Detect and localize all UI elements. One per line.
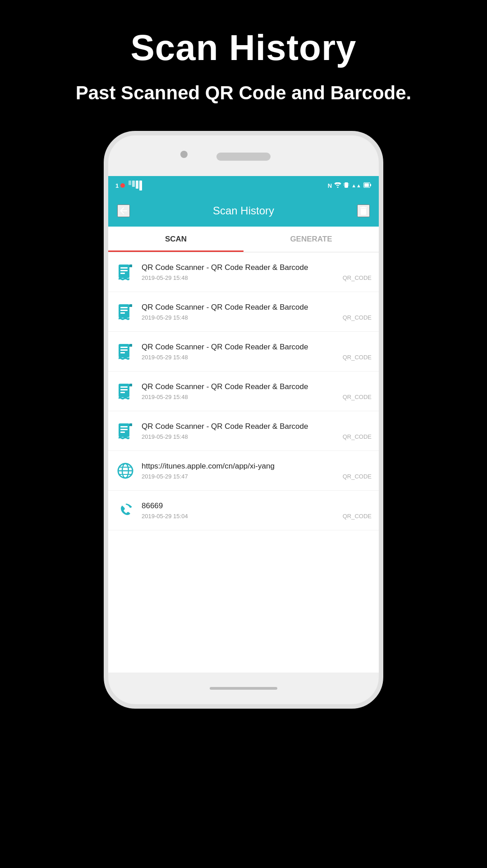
scan-item-content: QR Code Scanner - QR Code Reader & Barco… — [142, 302, 372, 321]
scan-item-meta: 2019-05-29 15:48 QR_CODE — [142, 354, 372, 361]
svg-rect-24 — [120, 386, 128, 388]
svg-rect-12 — [129, 265, 132, 267]
svg-rect-7 — [370, 184, 371, 186]
scan-item-date: 2019-05-29 15:48 — [142, 314, 188, 321]
scan-item-icon — [115, 302, 135, 322]
scan-item-meta: 2019-05-29 15:48 QR_CODE — [142, 433, 372, 440]
scan-item-title: QR Code Scanner - QR Code Reader & Barco… — [142, 263, 372, 273]
speaker-grille — [216, 153, 271, 161]
scan-item-meta: 2019-05-29 15:47 QR_CODE — [142, 473, 372, 480]
scan-list: QR Code Scanner - QR Code Reader & Barco… — [108, 252, 379, 530]
svg-rect-30 — [120, 429, 128, 430]
scan-item-type: QR_CODE — [343, 274, 372, 281]
svg-rect-3 — [349, 183, 349, 184]
scan-item-icon — [115, 262, 135, 282]
svg-rect-10 — [120, 270, 128, 271]
scan-item-content: QR Code Scanner - QR Code Reader & Barco… — [142, 382, 372, 400]
scan-item-title: https://itunes.apple.com/cn/app/xi-yang — [142, 461, 372, 471]
status-left: 1 — [115, 181, 142, 190]
scan-list-item[interactable]: QR Code Scanner - QR Code Reader & Barco… — [108, 332, 379, 371]
scan-item-title: QR Code Scanner - QR Code Reader & Barco… — [142, 422, 372, 432]
scan-item-type: QR_CODE — [343, 394, 372, 400]
scan-item-type: QR_CODE — [343, 513, 372, 520]
status-bar: 1 N — [108, 176, 379, 195]
scan-item-type: QR_CODE — [343, 473, 372, 480]
svg-rect-17 — [129, 304, 132, 307]
scan-item-content: QR Code Scanner - QR Code Reader & Barco… — [142, 422, 372, 440]
scan-item-date: 2019-05-29 15:04 — [142, 513, 188, 520]
svg-rect-27 — [129, 384, 132, 386]
notification-dot — [120, 183, 125, 188]
svg-rect-1 — [344, 183, 344, 184]
svg-rect-15 — [120, 310, 128, 311]
svg-rect-29 — [120, 426, 128, 427]
camera-dot — [180, 151, 188, 158]
svg-rect-6 — [364, 183, 369, 187]
page-subtitle: Past Scanned QR Code and Barcode. — [49, 82, 439, 104]
scan-item-date: 2019-05-29 15:48 — [142, 274, 188, 281]
scan-item-icon — [115, 461, 135, 481]
vibrate-icon — [344, 181, 349, 190]
phone-shell: 1 N — [104, 131, 383, 709]
scan-item-type: QR_CODE — [343, 314, 372, 321]
scan-item-meta: 2019-05-29 15:48 QR_CODE — [142, 314, 372, 321]
page-title: Scan History — [130, 27, 356, 69]
battery-icon — [363, 182, 372, 189]
svg-rect-20 — [120, 349, 128, 351]
svg-rect-16 — [120, 312, 125, 314]
phone-mockup: 1 N — [104, 131, 383, 709]
scan-item-title: QR Code Scanner - QR Code Reader & Barco… — [142, 342, 372, 352]
svg-rect-22 — [129, 344, 132, 347]
tab-scan[interactable]: SCAN — [108, 227, 244, 252]
status-time: 1 — [115, 182, 119, 189]
scan-list-item[interactable]: QR Code Scanner - QR Code Reader & Barco… — [108, 252, 379, 292]
scan-list-item[interactable]: QR Code Scanner - QR Code Reader & Barco… — [108, 371, 379, 411]
tabs-container: SCAN GENERATE — [108, 227, 379, 252]
status-right: N ▲▲ — [328, 181, 372, 190]
signal-icon: ▲▲ — [351, 183, 361, 188]
scan-item-title: 86669 — [142, 501, 372, 511]
scan-item-meta: 2019-05-29 15:04 QR_CODE — [142, 513, 372, 520]
scan-item-icon — [115, 381, 135, 401]
scan-item-meta: 2019-05-29 15:48 QR_CODE — [142, 274, 372, 281]
scan-item-content: QR Code Scanner - QR Code Reader & Barco… — [142, 342, 372, 361]
svg-rect-19 — [120, 347, 128, 348]
scan-list-item[interactable]: QR Code Scanner - QR Code Reader & Barco… — [108, 292, 379, 332]
svg-rect-9 — [120, 267, 128, 269]
delete-button[interactable] — [357, 204, 370, 217]
svg-rect-21 — [120, 352, 125, 353]
scan-item-date: 2019-05-29 15:48 — [142, 354, 188, 361]
back-button[interactable] — [117, 204, 130, 217]
scan-list-item[interactable]: https://itunes.apple.com/cn/app/xi-yang … — [108, 451, 379, 491]
scan-item-icon — [115, 501, 135, 520]
scan-item-content: QR Code Scanner - QR Code Reader & Barco… — [142, 263, 372, 281]
scan-item-title: QR Code Scanner - QR Code Reader & Barco… — [142, 382, 372, 392]
scan-item-meta: 2019-05-29 15:48 QR_CODE — [142, 394, 372, 400]
svg-rect-31 — [120, 432, 125, 433]
scan-item-content: 86669 2019-05-29 15:04 QR_CODE — [142, 501, 372, 520]
scan-item-icon — [115, 342, 135, 362]
phone-bottom — [108, 673, 379, 704]
scan-list-item[interactable]: QR Code Scanner - QR Code Reader & Barco… — [108, 411, 379, 451]
scan-item-icon — [115, 421, 135, 441]
svg-rect-4 — [349, 185, 349, 186]
scan-list-item[interactable]: 86669 2019-05-29 15:04 QR_CODE — [108, 491, 379, 530]
header-title: Scan History — [213, 204, 274, 217]
scan-item-title: QR Code Scanner - QR Code Reader & Barco… — [142, 302, 372, 312]
scan-item-date: 2019-05-29 15:47 — [142, 473, 188, 480]
scan-item-date: 2019-05-29 15:48 — [142, 394, 188, 400]
svg-rect-32 — [129, 423, 132, 426]
scan-item-type: QR_CODE — [343, 354, 372, 361]
svg-rect-2 — [344, 185, 344, 186]
svg-rect-0 — [345, 182, 348, 188]
scan-item-content: https://itunes.apple.com/cn/app/xi-yang … — [142, 461, 372, 480]
svg-rect-26 — [120, 392, 125, 393]
scan-item-type: QR_CODE — [343, 433, 372, 440]
app-header: Scan History — [108, 195, 379, 227]
tab-generate[interactable]: GENERATE — [244, 227, 379, 252]
home-indicator — [210, 687, 277, 690]
phone-screen: 1 N — [108, 176, 379, 673]
svg-rect-25 — [120, 389, 128, 390]
nfc-icon: N — [328, 182, 332, 189]
svg-rect-14 — [120, 307, 128, 308]
